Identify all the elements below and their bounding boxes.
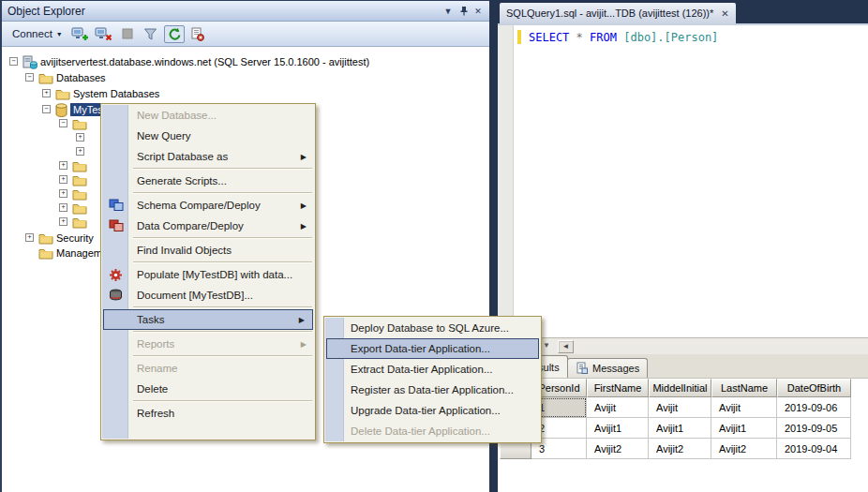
menu-item-refresh[interactable]: Refresh [101,403,315,424]
grid-cell[interactable]: 2019-09-06 [777,397,851,418]
column-header-lastname[interactable]: LastName [711,379,777,397]
window-position-icon[interactable]: ▼ [441,4,456,18]
schema-compare-icon [108,198,124,214]
menu-item-generate-scripts[interactable]: Generate Scripts... [101,171,315,191]
menu-item-find-invalid-objects[interactable]: Find Invalid Objects [101,240,315,261]
menu-item-label: Delete [137,383,168,395]
code-token-plain [583,31,590,44]
collapse-icon[interactable]: − [42,105,51,113]
menu-item-document-mytestdb[interactable]: Document [MyTestDB]... [101,285,315,306]
script-error-icon[interactable] [187,25,208,43]
folder-icon [72,116,88,131]
column-header-middelinitial[interactable]: MiddelInitial [649,379,711,397]
menu-item-export-data-tier-application[interactable]: Export Data-tier Application... [326,338,539,359]
pin-icon[interactable] [456,4,471,18]
filter-icon[interactable] [141,25,161,43]
grid-cell[interactable]: 2019-09-04 [777,439,851,459]
menu-item-label: Register as Data-tier Application... [351,384,514,395]
menu-item-delete[interactable]: Delete [101,379,315,399]
column-header-dateofbirth[interactable]: DateOfBirth [777,379,851,397]
document-icon [108,288,124,304]
sql-code-line[interactable]: SELECT * FROM [dbo].[Person] [529,31,718,44]
expand-icon[interactable]: + [59,175,67,184]
menu-item-script-database-as[interactable]: Script Database as▶ [101,146,315,167]
submenu-arrow-icon: ▶ [301,340,307,349]
tab-close-icon[interactable]: ✕ [721,8,728,19]
menu-item-tasks[interactable]: Tasks▶ [103,309,313,330]
grid-cell[interactable]: Avijit [711,397,777,418]
grid-cell[interactable]: Avijit1 [711,418,777,439]
expand-icon[interactable]: + [59,217,67,226]
menu-item-schema-compare-deploy[interactable]: Schema Compare/Deploy▶ [101,195,315,216]
results-tabbar: ResultsMessages [498,354,868,379]
menu-item-populate-mytestdb-with-data[interactable]: Populate [MyTestDB] with data... [101,264,315,285]
folder-icon [55,86,71,101]
tree-item-label: System Databases [70,87,162,100]
submenu-arrow-icon: ▶ [301,201,307,210]
data-compare-icon [108,218,124,234]
menu-item-label: Schema Compare/Deploy [137,200,261,211]
code-token-keyword: SELECT [529,31,569,44]
menu-item-delete-data-tier-application: Delete Data-tier Application... [324,421,541,441]
grid-cell[interactable]: Avijit1 [587,418,649,439]
grid-cell[interactable]: Avijit1 [649,418,711,439]
tab-sqlquery1[interactable]: SQLQuery1.sql - avijit...TDB (avijittest… [500,3,736,23]
object-explorer-toolbar: Connect ▼ [2,22,489,47]
tab-label: Messages [592,363,639,374]
grid-cell[interactable]: 2019-09-05 [777,418,851,439]
submenu-arrow-icon: ▶ [299,316,305,324]
grid-cell[interactable]: Avijit2 [587,439,649,459]
tab-messages[interactable]: Messages [567,358,648,378]
expand-icon[interactable]: + [76,147,84,156]
menu-item-label: Deploy Database to SQL Azure... [351,322,509,334]
scroll-dropdown-icon[interactable]: ▼ [543,341,550,350]
folder-icon [38,246,54,261]
menu-item-label: Script Database as [137,151,228,162]
expand-icon[interactable]: + [42,89,51,97]
menu-item-label: Populate [MyTestDB] with data... [137,269,292,280]
grid-cell[interactable]: Avijit2 [649,439,711,459]
menu-item-data-compare-deploy[interactable]: Data Compare/Deploy▶ [101,216,315,236]
expand-icon[interactable]: + [25,233,34,242]
folder-icon [72,158,88,173]
close-icon[interactable]: ✕ [471,4,486,18]
menu-item-register-as-data-tier-application[interactable]: Register as Data-tier Application... [324,380,541,400]
menu-item-label: Refresh [137,408,174,419]
folder-icon [72,186,88,201]
table-row: 3Avijit2Avijit2Avijit22019-09-04 [500,439,851,459]
scroll-left-icon[interactable]: ◄ [558,340,574,353]
column-header-firstname[interactable]: FirstName [587,379,649,397]
menu-item-deploy-database-to-sql-azure[interactable]: Deploy Database to SQL Azure... [324,318,541,338]
grid-cell[interactable]: Avijit [649,397,711,418]
grid-cell[interactable]: Avijit [587,397,649,418]
expand-icon[interactable]: + [59,161,67,170]
menu-item-new-database: New Database... [101,105,315,126]
messages-icon [576,362,588,376]
collapse-icon[interactable]: − [59,119,67,127]
sql-editor[interactable]: SELECT * FROM [dbo].[Person] [498,23,868,337]
connect-button[interactable]: Connect ▼ [7,26,67,41]
menu-item-label: Extract Data-tier Application... [351,364,492,375]
collapse-icon[interactable]: − [25,73,34,82]
menu-item-label: Rename [137,363,177,374]
collapse-icon[interactable]: − [9,57,18,66]
object-explorer-titlebar: Object Explorer ▼ ✕ [2,1,489,22]
refresh-icon[interactable] [164,25,185,43]
panel-title: Object Explorer [7,5,441,18]
code-token-keyword: FROM [590,31,617,44]
grid-cell[interactable]: Avijit2 [711,439,777,459]
menu-item-label: Find Invalid Objects [137,245,232,256]
menu-item-label: Delete Data-tier Application... [351,425,490,437]
table-row: 1AvijitAvijitAvijit2019-09-06 [500,397,851,418]
menu-item-upgrade-data-tier-application[interactable]: Upgrade Data-tier Application... [324,400,541,421]
expand-icon[interactable]: + [76,133,84,142]
expand-icon[interactable]: + [59,203,67,212]
menu-item-extract-data-tier-application[interactable]: Extract Data-tier Application... [324,359,541,380]
disconnect-server-icon[interactable] [94,25,114,43]
menu-item-new-query[interactable]: New Query [101,126,315,146]
expand-icon[interactable]: + [59,189,67,198]
results-pane: ResultsMessages PersonIdFirstNameMiddelI… [498,354,868,492]
connect-server-icon[interactable] [70,25,91,43]
database-icon [55,102,71,117]
stop-icon [117,25,138,43]
